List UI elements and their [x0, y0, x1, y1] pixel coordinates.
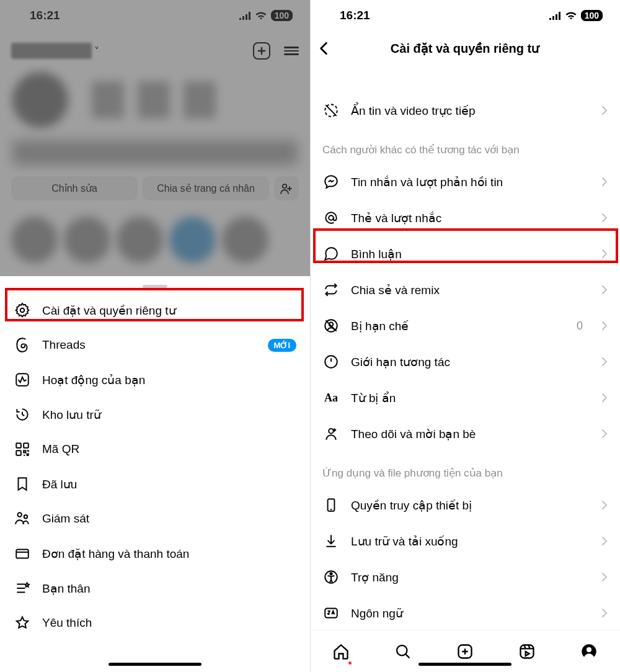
left-phone-screen: 16:21 100 ˅: [0, 0, 310, 672]
share-profile-button[interactable]: Chia sẻ trang cá nhân: [143, 176, 269, 200]
status-time: 16:21: [340, 9, 370, 22]
menu-saved[interactable]: Đã lưu: [0, 467, 310, 501]
threads-icon: [14, 336, 31, 354]
menu-label: Threads: [42, 338, 86, 352]
row-hidden-words[interactable]: Aa Từ bị ẩn: [310, 380, 620, 416]
row-follow-invite[interactable]: Theo dõi và mời bạn bè: [310, 416, 620, 452]
home-indicator[interactable]: [418, 663, 512, 666]
close-friends-icon: [14, 580, 31, 597]
section-header-apps: Ứng dụng và file phương tiện của bạn: [310, 452, 620, 487]
svg-point-0: [283, 184, 286, 187]
status-bar: 16:21 100: [0, 0, 310, 31]
menu-close-friends[interactable]: Bạn thân: [0, 571, 310, 606]
hidden-words-icon: Aa: [322, 389, 340, 406]
chevron-right-icon: [601, 429, 608, 439]
row-restricted[interactable]: Bị hạn chế 0: [310, 308, 620, 344]
language-icon: [322, 604, 340, 622]
row-label: Giới hạn tương tác: [351, 355, 450, 369]
gear-icon: [14, 302, 31, 319]
right-phone-screen: 16:21 100 Cài đặt và quyền riêng tư x ›: [310, 0, 620, 672]
create-post-icon[interactable]: [253, 42, 270, 60]
chevron-right-icon: [601, 321, 608, 331]
row-accessibility[interactable]: Trợ năng: [310, 559, 620, 595]
battery-icon: 100: [581, 10, 603, 21]
menu-favorites[interactable]: Yêu thích: [0, 606, 310, 640]
svg-rect-8: [16, 550, 29, 558]
tab-search[interactable]: [394, 642, 412, 661]
section-header-interact: Cách người khác có thể tương tác với bạn: [310, 128, 620, 164]
menu-icon[interactable]: [284, 45, 299, 57]
row-limits[interactable]: Giới hạn tương tác: [310, 344, 620, 380]
row-messages[interactable]: Tin nhắn và lượt phản hồi tin: [310, 164, 620, 200]
row-label: Lưu trữ và tải xuống: [351, 534, 458, 549]
svg-point-7: [24, 515, 27, 518]
svg-point-6: [17, 513, 22, 517]
menu-your-activity[interactable]: Hoạt động của bạn: [0, 362, 310, 397]
row-label: Theo dõi và mời bạn bè: [351, 427, 476, 441]
menu-archive[interactable]: Kho lưu trữ: [0, 397, 310, 432]
svg-point-23: [587, 647, 591, 652]
menu-orders-payments[interactable]: Đơn đặt hàng và thanh toán: [0, 536, 310, 571]
svg-point-14: [329, 429, 334, 434]
chevron-right-icon: [601, 357, 608, 367]
chevron-right-icon: [601, 213, 608, 223]
remix-icon: [322, 281, 340, 298]
row-hide-story[interactable]: Ẩn tin và video trực tiếp: [310, 92, 620, 128]
menu-threads[interactable]: Threads MỚI: [0, 328, 310, 362]
menu-label: Kho lưu trữ: [42, 408, 101, 422]
chevron-right-icon: [601, 393, 608, 403]
row-label: Ẩn tin và video trực tiếp: [351, 104, 476, 118]
chevron-right-icon: [601, 536, 608, 546]
tab-profile[interactable]: [580, 642, 598, 661]
story-redacted: [222, 217, 268, 263]
sheet-grabber[interactable]: [143, 285, 167, 288]
menu-qr-code[interactable]: Mã QR: [0, 432, 310, 467]
signal-icon: [549, 11, 561, 20]
phone-icon: [322, 496, 340, 514]
activity-icon: [14, 371, 31, 388]
bookmark-icon: [14, 475, 31, 493]
edit-profile-button[interactable]: Chỉnh sửa: [11, 176, 138, 200]
tab-create[interactable]: [456, 642, 474, 661]
bio-redacted: [12, 140, 298, 165]
svg-rect-4: [24, 443, 29, 448]
menu-label: Đơn đặt hàng và thanh toán: [42, 547, 189, 561]
story-redacted: [64, 217, 110, 263]
menu-label: Giám sát: [42, 512, 89, 526]
story-redacted: [169, 217, 216, 263]
tab-home[interactable]: [332, 642, 350, 661]
chevron-right-icon: [601, 572, 608, 582]
row-label: Trợ năng: [351, 570, 399, 585]
accessibility-icon: [322, 568, 340, 586]
row-device-access[interactable]: Quyền truy cập thiết bị: [310, 487, 620, 523]
menu-label: Bạn thân: [42, 581, 91, 596]
status-bar: 16:21 100: [310, 0, 620, 31]
discover-people-button[interactable]: [274, 176, 299, 200]
row-label: Bình luận: [351, 247, 402, 261]
row-label: Tin nhắn và lượt phản hồi tin: [351, 175, 503, 189]
home-indicator[interactable]: [108, 663, 202, 666]
wifi-icon: [255, 11, 267, 20]
limits-icon: [322, 353, 340, 370]
row-language[interactable]: Ngôn ngữ: [310, 595, 620, 630]
archive-icon: [14, 406, 31, 423]
back-button[interactable]: [319, 42, 329, 55]
row-tags-mentions[interactable]: Thẻ và lượt nhắc: [310, 200, 620, 236]
comment-icon: [322, 245, 340, 262]
menu-label: Đã lưu: [42, 477, 77, 491]
menu-supervision[interactable]: Giám sát: [0, 501, 310, 536]
messenger-icon: [322, 173, 340, 190]
notification-dot: [348, 661, 352, 665]
chevron-down-icon[interactable]: ˅: [94, 45, 99, 57]
row-label: Ngôn ngữ: [351, 606, 403, 620]
profile-header: ˅: [0, 31, 310, 66]
row-share-remix[interactable]: Chia sẻ và remix: [310, 272, 620, 308]
chevron-right-icon: [601, 285, 608, 295]
new-badge: MỚI: [268, 339, 296, 352]
row-comments[interactable]: Bình luận: [310, 236, 620, 272]
row-download[interactable]: Lưu trữ và tải xuống: [310, 523, 620, 559]
svg-point-10: [329, 215, 334, 220]
row-cut-top[interactable]: x ›: [310, 66, 620, 92]
menu-settings-privacy[interactable]: Cài đặt và quyền riêng tư: [0, 293, 310, 328]
tab-reels[interactable]: [518, 642, 536, 661]
